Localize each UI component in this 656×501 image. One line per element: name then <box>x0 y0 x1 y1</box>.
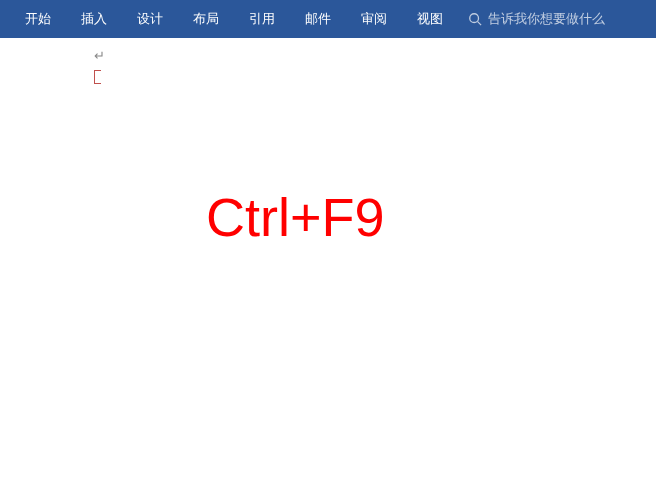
ribbon-tabs: 开始 插入 设计 布局 引用 邮件 审阅 视图 告诉我你想要做什么 <box>0 0 656 38</box>
text-cursor <box>94 70 102 84</box>
paragraph-mark: ↵ <box>94 48 105 63</box>
tab-insert[interactable]: 插入 <box>66 0 122 38</box>
search-icon <box>468 12 482 26</box>
tab-design[interactable]: 设计 <box>122 0 178 38</box>
tab-references[interactable]: 引用 <box>234 0 290 38</box>
tell-me-placeholder: 告诉我你想要做什么 <box>488 10 605 28</box>
tab-home[interactable]: 开始 <box>10 0 66 38</box>
tab-view[interactable]: 视图 <box>402 0 458 38</box>
svg-line-1 <box>478 22 482 26</box>
overlay-shortcut-text: Ctrl+F9 <box>206 186 385 248</box>
tab-review[interactable]: 审阅 <box>346 0 402 38</box>
svg-point-0 <box>470 14 479 23</box>
tell-me-search[interactable]: 告诉我你想要做什么 <box>468 10 605 28</box>
tab-mailings[interactable]: 邮件 <box>290 0 346 38</box>
document-area[interactable]: ↵ Ctrl+F9 <box>0 38 656 501</box>
tab-layout[interactable]: 布局 <box>178 0 234 38</box>
